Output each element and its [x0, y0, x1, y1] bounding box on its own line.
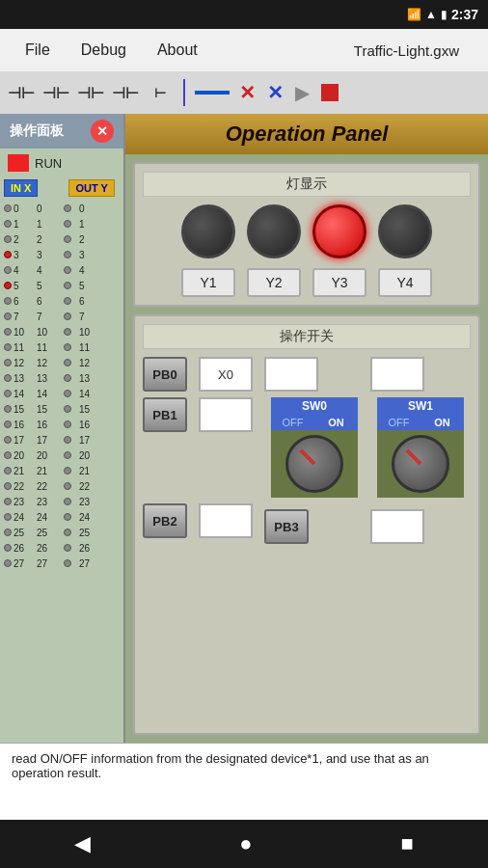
y4-button[interactable]: Y4 — [378, 268, 432, 297]
io-row: 24 24 24 — [4, 509, 120, 525]
out-num: 17 — [79, 435, 100, 446]
out-led — [64, 390, 71, 397]
io-row: 11 11 11 — [4, 339, 120, 355]
menu-about[interactable]: About — [142, 34, 213, 67]
in-led — [4, 312, 12, 320]
in-num: 1 — [14, 219, 35, 230]
out-led — [64, 436, 71, 444]
io-row: 16 16 16 — [4, 417, 120, 432]
in-num2: 26 — [37, 543, 58, 554]
y2-button[interactable]: Y2 — [247, 268, 301, 297]
out-led — [64, 420, 71, 428]
in-led — [4, 544, 12, 552]
in-led — [4, 235, 12, 243]
toolbar-x-blue[interactable]: ✕ — [263, 81, 287, 104]
out-led — [64, 266, 71, 274]
io-row: 0 0 0 — [4, 201, 120, 216]
io-row: 6 6 6 — [4, 293, 120, 309]
io-row: 4 4 4 — [4, 262, 120, 278]
out-led — [64, 220, 71, 228]
in-num: 10 — [14, 327, 35, 338]
toolbar-btn-2[interactable]: ⊣⊢ — [41, 77, 71, 108]
toolbar-stop-btn[interactable] — [321, 84, 339, 101]
sw1-off[interactable]: OFF — [377, 415, 420, 430]
out-led — [64, 405, 71, 413]
in-num2: 13 — [37, 373, 58, 384]
nav-home[interactable]: ● — [220, 824, 271, 864]
pb2-button[interactable]: PB2 — [143, 503, 187, 538]
sw0-dial-indicator — [299, 448, 315, 465]
sw1-on[interactable]: ON — [420, 415, 464, 430]
in-led — [4, 374, 12, 382]
in-num2: 25 — [37, 528, 58, 538]
toolbar-btn-4[interactable]: ⊣⊢ — [110, 77, 141, 108]
in-led — [4, 482, 12, 490]
out-led — [64, 559, 71, 567]
switch-section-title: 操作开关 — [143, 324, 471, 349]
in-num2: 16 — [37, 420, 58, 430]
io-rows: 0 0 0 1 1 1 2 2 2 3 3 3 4 4 4 — [0, 199, 123, 573]
panel-title-bar: 操作面板 ✕ — [0, 114, 123, 149]
status-icons: 📶 ▲ ▮ 2:37 — [407, 7, 478, 22]
in-led — [4, 498, 12, 505]
run-light — [8, 154, 29, 172]
out-num: 16 — [79, 420, 100, 430]
out-led — [64, 513, 71, 521]
sw1-dial-indicator — [405, 448, 421, 465]
menu-file[interactable]: File — [10, 34, 66, 67]
toolbar-x-red[interactable]: ✕ — [235, 81, 259, 104]
in-num: 16 — [14, 420, 35, 430]
io-row: 13 13 13 — [4, 370, 120, 386]
in-led — [4, 204, 12, 212]
in-num2: 20 — [37, 450, 58, 461]
pb0-button[interactable]: PB0 — [143, 357, 187, 392]
in-led — [4, 390, 12, 397]
io-row: 10 10 10 — [4, 324, 120, 339]
in-num: 24 — [14, 512, 35, 523]
nav-back[interactable]: ◀ — [55, 824, 110, 864]
out-led — [64, 312, 71, 320]
in-led — [4, 251, 12, 258]
sw1-toggle: OFF ON — [377, 415, 464, 430]
in-num2: 3 — [37, 250, 58, 260]
light-y4 — [378, 204, 432, 258]
pb3-button[interactable]: PB3 — [264, 509, 309, 544]
sw0-toggle: OFF ON — [271, 415, 358, 430]
lights-row — [143, 204, 471, 258]
in-num2: 15 — [37, 404, 58, 415]
out-led — [64, 498, 71, 505]
sw0-off[interactable]: OFF — [271, 415, 314, 430]
in-num2: 6 — [37, 296, 58, 307]
out-num: 26 — [79, 543, 100, 554]
wifi-icon: 📶 — [407, 8, 421, 21]
out-led — [64, 451, 71, 459]
sw0-dial-circle — [285, 435, 343, 493]
toolbar-play-btn[interactable]: ▶ — [291, 81, 313, 104]
empty-box-1 — [264, 357, 318, 392]
close-button[interactable]: ✕ — [91, 120, 114, 143]
in-num: 27 — [14, 558, 35, 569]
toolbar-btn-3[interactable]: ⊣⊢ — [75, 77, 106, 108]
nav-recent[interactable]: ■ — [382, 824, 433, 864]
out-num: 24 — [79, 512, 100, 523]
menu-debug[interactable]: Debug — [66, 34, 142, 67]
sw0-on[interactable]: ON — [314, 415, 358, 430]
in-num2: 11 — [37, 342, 58, 353]
pb1-empty — [199, 397, 253, 432]
toolbar-btn-5[interactable]: ⊢ — [145, 77, 176, 108]
out-led — [64, 235, 71, 243]
in-led — [4, 282, 12, 289]
in-num2: 12 — [37, 358, 58, 368]
in-num2: 1 — [37, 219, 58, 230]
y3-button[interactable]: Y3 — [312, 268, 366, 297]
in-led — [4, 328, 12, 336]
out-led — [64, 343, 71, 351]
pb3-empty — [370, 509, 424, 544]
pb1-button[interactable]: PB1 — [143, 397, 187, 432]
toolbar-btn-1[interactable]: ⊣⊢ — [6, 77, 37, 108]
left-panel: 操作面板 ✕ RUN IN X OUT Y 0 0 0 1 1 1 2 2 — [0, 114, 125, 743]
in-led — [4, 467, 12, 475]
out-led — [64, 204, 71, 212]
out-num: 5 — [79, 281, 100, 291]
y1-button[interactable]: Y1 — [181, 268, 235, 297]
